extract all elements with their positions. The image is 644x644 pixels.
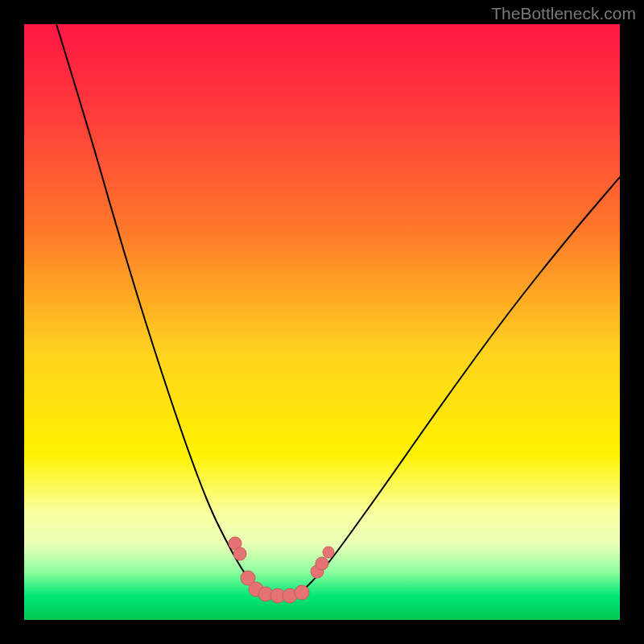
marker-dot: [233, 547, 246, 560]
right-curve: [306, 177, 620, 588]
marker-dot: [316, 557, 328, 570]
watermark-text: TheBottleneck.com: [491, 4, 636, 23]
left-curve: [56, 24, 264, 592]
markers-group: [229, 537, 334, 603]
chart-area: [24, 24, 620, 620]
marker-dot: [295, 585, 309, 600]
curves-layer: [24, 24, 620, 620]
marker-dot: [323, 547, 334, 558]
